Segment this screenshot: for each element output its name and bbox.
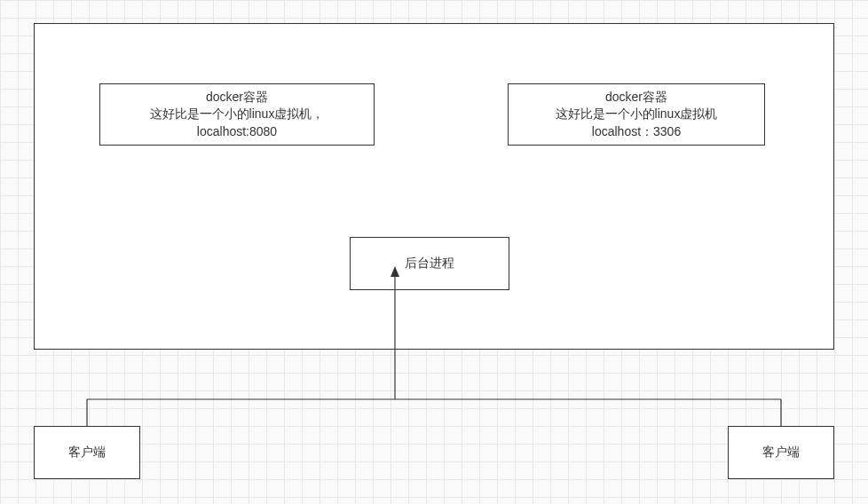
outer-container: docker容器 这好比是一个小的linux虚拟机， localhost:808… [34, 23, 834, 350]
docker-container-1-desc: 这好比是一个小的linux虚拟机， [150, 106, 325, 123]
backend-process-box: 后台进程 [350, 237, 509, 290]
docker-container-1-title: docker容器 [206, 89, 268, 106]
docker-container-1: docker容器 这好比是一个小的linux虚拟机， localhost:808… [99, 83, 375, 146]
client-right-label: 客户端 [762, 445, 800, 461]
docker-container-2-addr: localhost：3306 [592, 123, 681, 141]
docker-container-2: docker容器 这好比是一个小的linux虚拟机 localhost：3306 [508, 83, 765, 146]
client-box-right: 客户端 [728, 426, 834, 479]
client-left-label: 客户端 [68, 445, 106, 461]
docker-container-2-desc: 这好比是一个小的linux虚拟机 [556, 106, 718, 123]
backend-process-label: 后台进程 [405, 256, 454, 272]
docker-container-1-addr: localhost:8080 [197, 123, 277, 141]
docker-container-2-title: docker容器 [605, 89, 667, 106]
client-box-left: 客户端 [34, 426, 140, 479]
